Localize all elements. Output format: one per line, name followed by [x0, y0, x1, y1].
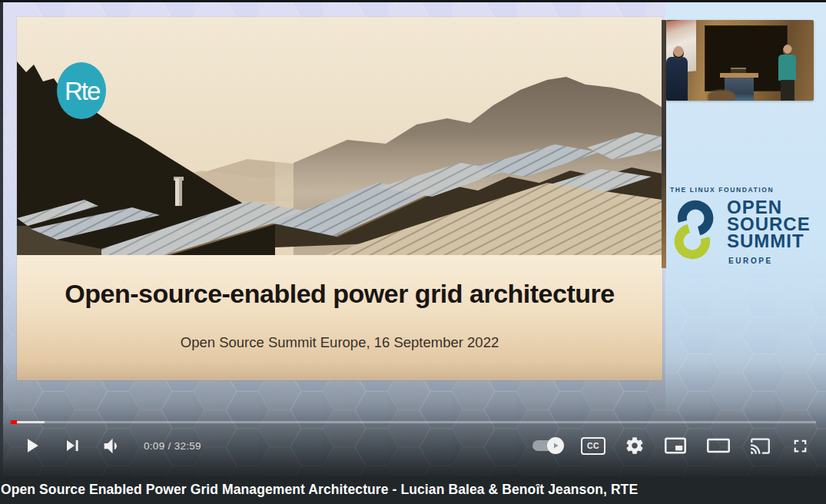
autoplay-toggle[interactable] [532, 440, 562, 451]
cast-icon [750, 436, 771, 456]
miniplayer-button[interactable] [664, 436, 687, 456]
play-icon [20, 434, 43, 457]
player-controls: 0:09 / 32:59 CC [0, 429, 826, 463]
page-title-bar: Open Source Enabled Power Grid Managemen… [0, 476, 826, 504]
settings-gear-icon [625, 436, 645, 456]
webcam-presenter-right-legs [781, 80, 794, 101]
theater-button[interactable] [706, 436, 731, 455]
play-button[interactable] [20, 434, 43, 457]
webcam-thumbnail [666, 20, 814, 101]
settings-button[interactable] [625, 436, 645, 456]
oss-word-summit: SUMMIT [727, 233, 811, 250]
rte-logo: Rte [57, 62, 106, 119]
fullscreen-button[interactable] [790, 436, 811, 456]
autoplay-toggle-icon [547, 437, 564, 454]
progress-played [11, 420, 17, 424]
solar-farm-photo: Rte [17, 17, 662, 255]
oss-region-label: EUROPE [728, 257, 773, 265]
volume-button[interactable] [101, 435, 124, 457]
oss-wordmark: OPEN SOURCE SUMMIT [727, 199, 811, 250]
webcam-presenter-left-head [673, 46, 684, 59]
slide-banner: Open-source-enabled power grid architect… [17, 255, 662, 380]
time-display: 0:09 / 32:59 [144, 440, 201, 452]
webcam-presenter-right [778, 55, 796, 81]
webcam-audience-head [708, 90, 735, 101]
oss-logo-block: THE LINUX FOUNDATION OPEN SOURCE SUMMIT … [670, 186, 821, 278]
presentation-slide: Rte Open-source-enabled power grid archi… [17, 17, 662, 380]
subtitles-button[interactable]: CC [581, 437, 605, 455]
left-border [0, 2, 3, 476]
next-icon [61, 435, 83, 456]
oss-s-icon [670, 198, 718, 261]
cc-icon: CC [587, 441, 599, 450]
video-title: Open Source Enabled Power Grid Managemen… [0, 476, 826, 498]
volume-icon [101, 435, 124, 457]
miniplayer-icon [664, 436, 687, 456]
svg-text:Rte: Rte [65, 77, 100, 105]
cast-button[interactable] [750, 436, 771, 456]
linux-foundation-label: THE LINUX FOUNDATION [670, 186, 821, 194]
fullscreen-icon [790, 436, 811, 456]
theater-icon [706, 436, 731, 455]
webcam-presenter-left [666, 57, 688, 101]
progress-bar[interactable] [11, 421, 816, 423]
top-border [0, 0, 826, 2]
video-player[interactable]: Rte Open-source-enabled power grid archi… [0, 0, 826, 476]
slide-title: Open-source-enabled power grid architect… [17, 255, 662, 309]
slide-subtitle: Open Source Summit Europe, 16 September … [17, 334, 662, 351]
next-button[interactable] [61, 435, 83, 456]
